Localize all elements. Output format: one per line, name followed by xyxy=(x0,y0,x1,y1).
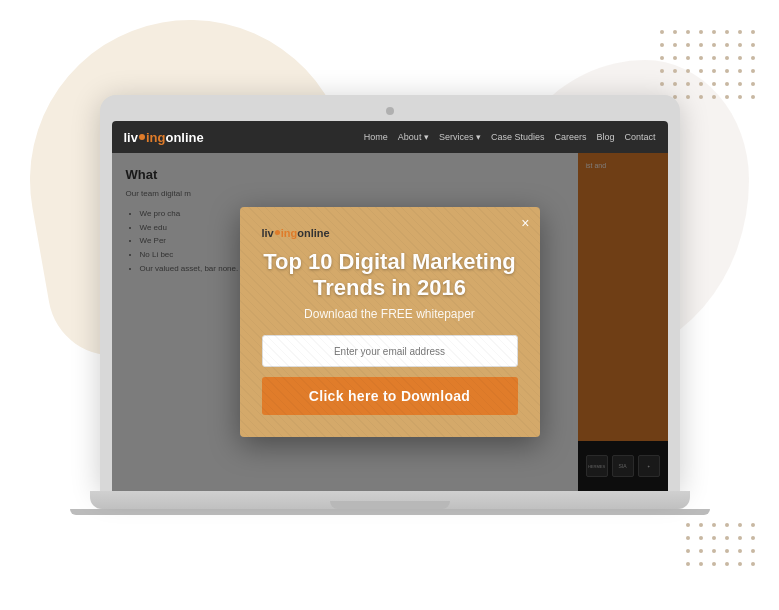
email-input[interactable] xyxy=(262,335,518,367)
site-nav: Home About ▾ Services ▾ Case Studies Car… xyxy=(364,132,656,142)
laptop: livingonline Home About ▾ Services ▾ Cas… xyxy=(80,95,700,515)
laptop-screen: livingonline Home About ▾ Services ▾ Cas… xyxy=(112,121,668,491)
modal-subtitle: Download the FREE whitepaper xyxy=(262,307,518,321)
logo-liv: liv xyxy=(124,130,138,145)
modal-logo: livingonline xyxy=(262,227,518,239)
laptop-screen-shell: livingonline Home About ▾ Services ▾ Cas… xyxy=(100,95,680,491)
modal-title: Top 10 Digital Marketing Trends in 2016 xyxy=(262,249,518,302)
download-button[interactable]: Click here to Download xyxy=(262,377,518,415)
nav-case-studies[interactable]: Case Studies xyxy=(491,132,545,142)
modal-box: × livingonline Top 10 Digital Marketing … xyxy=(240,207,540,438)
modal-logo-dot xyxy=(275,230,280,235)
nav-careers[interactable]: Careers xyxy=(554,132,586,142)
website-body: What Our team digital m We pro cha We ed… xyxy=(112,153,668,491)
modal-overlay: × livingonline Top 10 Digital Marketing … xyxy=(112,153,668,491)
nav-services[interactable]: Services ▾ xyxy=(439,132,481,142)
laptop-foot xyxy=(70,509,710,515)
website-header: livingonline Home About ▾ Services ▾ Cas… xyxy=(112,121,668,153)
modal-logo-ing: ing xyxy=(281,227,298,239)
nav-about[interactable]: About ▾ xyxy=(398,132,429,142)
modal-close-button[interactable]: × xyxy=(521,215,529,231)
logo-ing: ing xyxy=(146,130,166,145)
dot-grid-bottom-right: (function(){ const g = document.querySel… xyxy=(686,523,759,570)
nav-blog[interactable]: Blog xyxy=(596,132,614,142)
dot-grid-top-right: (function(){ const g = document.querySel… xyxy=(660,30,759,103)
nav-home[interactable]: Home xyxy=(364,132,388,142)
site-logo: livingonline xyxy=(124,130,204,145)
modal-logo-suffix: online xyxy=(297,227,329,239)
modal-logo-liv: liv xyxy=(262,227,274,239)
nav-contact[interactable]: Contact xyxy=(624,132,655,142)
logo-dot xyxy=(139,134,145,140)
logo-suffix: online xyxy=(165,130,203,145)
laptop-camera xyxy=(386,107,394,115)
laptop-base xyxy=(90,491,690,509)
